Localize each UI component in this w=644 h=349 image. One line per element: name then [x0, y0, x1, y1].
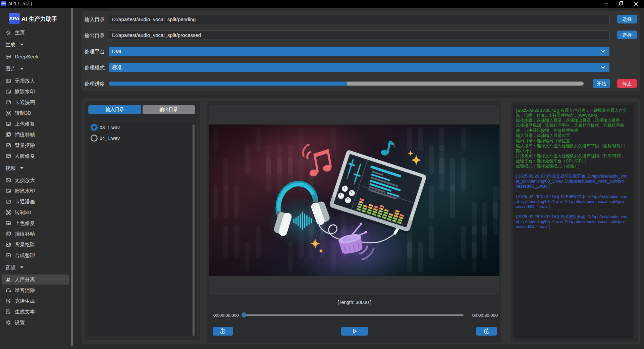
svg-text:5: 5 — [222, 330, 224, 333]
svg-text:5: 5 — [486, 330, 487, 333]
